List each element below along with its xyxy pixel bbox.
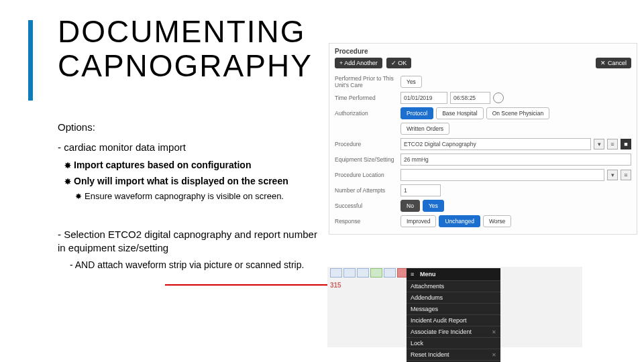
title-line-2: CAPNOGRAPHY (58, 49, 313, 83)
ok-button[interactable]: ✓ OK (386, 58, 412, 68)
slide-title: DOCUMENTING CAPNOGRAPHY (58, 15, 313, 82)
chip-protocol[interactable]: Protocol (400, 107, 433, 119)
options-label: Options: (58, 121, 326, 134)
bullet-ensure-visible: Ensure waveform capnography is visible o… (75, 190, 326, 202)
menu-item-addendums[interactable]: Addendums (407, 292, 500, 303)
menu-item-attachments[interactable]: Attachments (407, 280, 500, 292)
chip-improved[interactable]: Improved (400, 215, 436, 227)
slide-body: Options: cardiac monitor data import Imp… (58, 121, 326, 272)
attempts-input[interactable]: 1 (400, 184, 441, 196)
toolbar-button[interactable] (330, 268, 342, 278)
cancel-button[interactable]: ✕ Cancel (596, 58, 631, 68)
menu-item-messages[interactable]: Messages (407, 303, 500, 314)
toolbar (330, 268, 409, 278)
label-performed-prior: Performed Prior to This Unit's Care (335, 75, 396, 88)
toolbar-button[interactable] (370, 268, 382, 278)
chip-written-orders[interactable]: Written Orders (400, 123, 449, 135)
time-input[interactable]: 06:58:25 (450, 92, 490, 104)
close-icon[interactable]: ✕ (492, 329, 496, 335)
close-icon[interactable]: ✕ (492, 352, 496, 358)
chip-worse[interactable]: Worse (483, 215, 511, 227)
label-equipment: Equipment Size/Setting (335, 156, 396, 163)
label-authorization: Authorization (335, 110, 396, 117)
menu-screenshot: 315 Menu Attachments Addendums Messages … (327, 267, 582, 347)
label-successful: Successful (335, 202, 396, 209)
toolbar-button[interactable] (384, 268, 396, 278)
label-response: Response (335, 218, 396, 225)
bullet-import-config: Import captures based on configuration (64, 159, 326, 172)
label-attempts: Number of Attempts (335, 187, 396, 194)
chip-no[interactable]: No (400, 200, 420, 212)
bullet-only-displayed: Only will import what is displayed on th… (64, 175, 326, 188)
hamburger-icon (411, 271, 417, 278)
equipment-input[interactable]: 26 mmHg (400, 154, 631, 166)
list-icon[interactable]: ≡ (607, 139, 618, 149)
form-header: Procedure (335, 48, 631, 55)
label-time-performed: Time Performed (335, 95, 396, 101)
procedure-form-screenshot: Procedure + Add Another ✓ OK ✕ Cancel Pe… (329, 43, 637, 235)
accent-bar (28, 20, 33, 101)
menu-item-reset[interactable]: Reset Incident✕ (407, 349, 500, 360)
location-input[interactable] (400, 169, 604, 181)
label-proc-location: Procedure Location (335, 172, 396, 178)
menu-header[interactable]: Menu (407, 268, 500, 280)
procedure-input[interactable]: ETCO2 Digital Capnography (400, 138, 591, 150)
menu-item-associate[interactable]: Associate Fire Incident✕ (407, 326, 500, 337)
dropdown-icon[interactable]: ▾ (594, 139, 604, 149)
bullet-attach-strip: AND attach waveform strip via picture or… (70, 259, 326, 272)
menu-item-lock[interactable]: Lock (407, 337, 500, 349)
clock-icon[interactable] (493, 93, 504, 103)
label-procedure: Procedure (335, 141, 396, 147)
chip-yes-success[interactable]: Yes (423, 200, 444, 212)
bullet-etco2-selection: Selection ETCO2 digital capnography and … (58, 228, 326, 255)
dropdown-icon[interactable]: ▾ (607, 170, 618, 180)
bullet-cardiac-import: cardiac monitor data import (58, 141, 326, 154)
chip-yes[interactable]: Yes (400, 76, 422, 88)
dropdown-menu: Menu Attachments Addendums Messages Inci… (407, 268, 500, 362)
toolbar-button[interactable] (357, 268, 369, 278)
title-line-1: DOCUMENTING (58, 15, 313, 49)
list-icon[interactable]: ≡ (621, 170, 631, 180)
lock-icon[interactable]: ■ (621, 139, 631, 149)
toolbar-button[interactable] (343, 268, 356, 278)
chip-on-scene[interactable]: On Scene Physician (486, 107, 550, 119)
add-another-button[interactable]: + Add Another (335, 58, 382, 68)
menu-item-audit[interactable]: Incident Audit Report (407, 314, 500, 326)
chip-unchanged[interactable]: Unchanged (439, 215, 480, 227)
incident-number: 315 (330, 282, 341, 289)
menu-title: Menu (420, 271, 436, 278)
chip-base-hospital[interactable]: Base Hospital (436, 107, 483, 119)
date-input[interactable]: 01/01/2019 (400, 92, 447, 104)
